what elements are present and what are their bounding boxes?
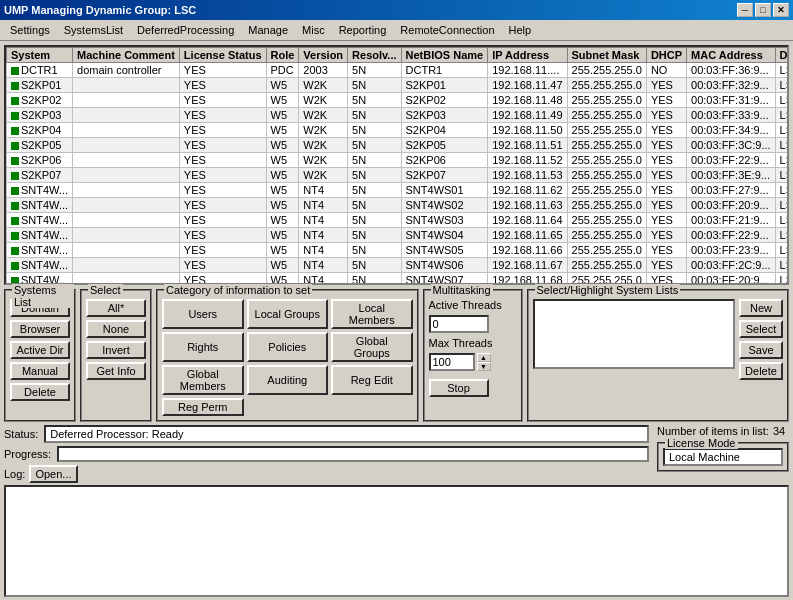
table-row[interactable]: DCTR1domain controllerYESPDC20035NDCTR11…	[7, 63, 790, 78]
table-row[interactable]: SNT4W...YESW5NT45NSNT4WS02192.168.11.632…	[7, 198, 790, 213]
table-cell: W2K	[299, 78, 348, 93]
table-cell: W5	[266, 138, 299, 153]
table-cell: S2KP05	[7, 138, 73, 153]
reg-edit-button[interactable]: Reg Edit	[331, 365, 413, 395]
table-cell: YES	[179, 168, 266, 183]
col-dhcp[interactable]: DHCP	[646, 48, 686, 63]
col-netbios[interactable]: NetBIOS Name	[401, 48, 488, 63]
table-cell: LSC	[775, 258, 789, 273]
col-license[interactable]: License Status	[179, 48, 266, 63]
table-cell: 192.168.11.51	[488, 138, 567, 153]
table-cell: 5N	[348, 168, 401, 183]
table-cell: YES	[179, 228, 266, 243]
close-button[interactable]: ✕	[773, 3, 789, 17]
table-cell: W2K	[299, 108, 348, 123]
progress-row: Progress:	[4, 446, 649, 462]
table-cell: 5N	[348, 138, 401, 153]
highlight-list[interactable]	[533, 299, 736, 369]
table-cell	[73, 183, 180, 198]
menu-remoteconnection[interactable]: RemoteConnection	[394, 22, 500, 38]
table-row[interactable]: SNT4W...YESW5NT45NSNT4WS01192.168.11.622…	[7, 183, 790, 198]
table-cell: 5N	[348, 153, 401, 168]
col-resolv[interactable]: Resolv...	[348, 48, 401, 63]
table-row[interactable]: S2KP03YESW5W2K5NS2KP03192.168.11.49255.2…	[7, 108, 790, 123]
table-cell: 00:03:FF:31:9...	[687, 93, 775, 108]
active-dir-button[interactable]: Active Dir	[10, 341, 70, 359]
spin-down-button[interactable]: ▼	[477, 362, 491, 371]
rights-button[interactable]: Rights	[162, 332, 244, 362]
minimize-button[interactable]: ─	[737, 3, 753, 17]
browser-button[interactable]: Browser	[10, 320, 70, 338]
select-list-button[interactable]: Select	[739, 320, 783, 338]
local-groups-button[interactable]: Local Groups	[247, 299, 329, 329]
table-cell: YES	[179, 153, 266, 168]
col-version[interactable]: Version	[299, 48, 348, 63]
maximize-button[interactable]: □	[755, 3, 771, 17]
table-row[interactable]: SNT4W...YESW5NT45NSNT4WS06192.168.11.672…	[7, 258, 790, 273]
col-mac[interactable]: MAC Address	[687, 48, 775, 63]
table-row[interactable]: S2KP04YESW5W2K5NS2KP04192.168.11.50255.2…	[7, 123, 790, 138]
none-button[interactable]: None	[86, 320, 146, 338]
users-button[interactable]: Users	[162, 299, 244, 329]
table-row[interactable]: S2KP01YESW5W2K5NS2KP01192.168.11.47255.2…	[7, 78, 790, 93]
delete-systems-button[interactable]: Delete	[10, 383, 70, 401]
menu-help[interactable]: Help	[503, 22, 538, 38]
table-cell: S2KP05	[401, 138, 488, 153]
table-row[interactable]: S2KP05YESW5W2K5NS2KP05192.168.11.51255.2…	[7, 138, 790, 153]
get-info-button[interactable]: Get Info	[86, 362, 146, 380]
table-cell: NO	[646, 63, 686, 78]
global-members-button[interactable]: Global Members	[162, 365, 244, 395]
auditing-button[interactable]: Auditing	[247, 365, 329, 395]
table-cell: SNT4W...	[7, 183, 73, 198]
menu-deferredprocessing[interactable]: DeferredProcessing	[131, 22, 240, 38]
new-list-button[interactable]: New	[739, 299, 783, 317]
stop-button[interactable]: Stop	[429, 379, 489, 397]
policies-button[interactable]: Policies	[247, 332, 329, 362]
table-cell: SNT4WS06	[401, 258, 488, 273]
table-cell: 00:03:FF:34:9...	[687, 123, 775, 138]
col-subnet[interactable]: Subnet Mask	[567, 48, 646, 63]
table-cell: YES	[179, 258, 266, 273]
local-members-button[interactable]: Local Members	[331, 299, 413, 329]
table-cell: YES	[179, 108, 266, 123]
spin-up-button[interactable]: ▲	[477, 353, 491, 362]
table-row[interactable]: S2KP06YESW5W2K5NS2KP06192.168.11.52255.2…	[7, 153, 790, 168]
manual-button[interactable]: Manual	[10, 362, 70, 380]
table-container[interactable]: System Machine Comment License Status Ro…	[4, 45, 789, 285]
table-cell: 5N	[348, 243, 401, 258]
invert-button[interactable]: Invert	[86, 341, 146, 359]
col-system[interactable]: System	[7, 48, 73, 63]
table-row[interactable]: S2KP07YESW5W2K5NS2KP07192.168.11.53255.2…	[7, 168, 790, 183]
global-groups-button[interactable]: Global Groups	[331, 332, 413, 362]
table-cell: 2003	[299, 63, 348, 78]
reg-perm-button[interactable]: Reg Perm	[162, 398, 244, 416]
menu-settings[interactable]: Settings	[4, 22, 56, 38]
log-row: Log: Open...	[4, 465, 649, 483]
table-cell: 00:03:FF:3E:9...	[687, 168, 775, 183]
all-button[interactable]: All*	[86, 299, 146, 317]
menu-manage[interactable]: Manage	[242, 22, 294, 38]
table-row[interactable]: SNT4W...YESW5NT45NSNT4WS05192.168.11.662…	[7, 243, 790, 258]
table-cell: SNT4WS04	[401, 228, 488, 243]
table-row[interactable]: SNT4W...YESW5NT45NSNT4WS03192.168.11.642…	[7, 213, 790, 228]
table-cell: LSC	[775, 138, 789, 153]
table-cell: LSC	[775, 168, 789, 183]
col-comment[interactable]: Machine Comment	[73, 48, 180, 63]
open-log-button[interactable]: Open...	[29, 465, 77, 483]
row-status-icon	[11, 187, 19, 195]
category-grid: Users Local Groups Local Members Rights …	[162, 299, 413, 416]
col-ip[interactable]: IP Address	[488, 48, 567, 63]
menu-reporting[interactable]: Reporting	[333, 22, 393, 38]
col-role[interactable]: Role	[266, 48, 299, 63]
table-row[interactable]: S2KP02YESW5W2K5NS2KP02192.168.11.48255.2…	[7, 93, 790, 108]
main-container: System Machine Comment License Status Ro…	[0, 41, 793, 600]
max-threads-input[interactable]	[429, 353, 475, 371]
table-row[interactable]: SNT4W...YESW5NT45NSNT4WS04192.168.11.652…	[7, 228, 790, 243]
col-domain[interactable]: Doma...	[775, 48, 789, 63]
active-threads-input[interactable]	[429, 315, 489, 333]
delete-list-button[interactable]: Delete	[739, 362, 783, 380]
save-list-button[interactable]: Save	[739, 341, 783, 359]
max-threads-label: Max Threads	[429, 337, 493, 349]
menu-misc[interactable]: Misc	[296, 22, 331, 38]
menu-systemslist[interactable]: SystemsList	[58, 22, 129, 38]
